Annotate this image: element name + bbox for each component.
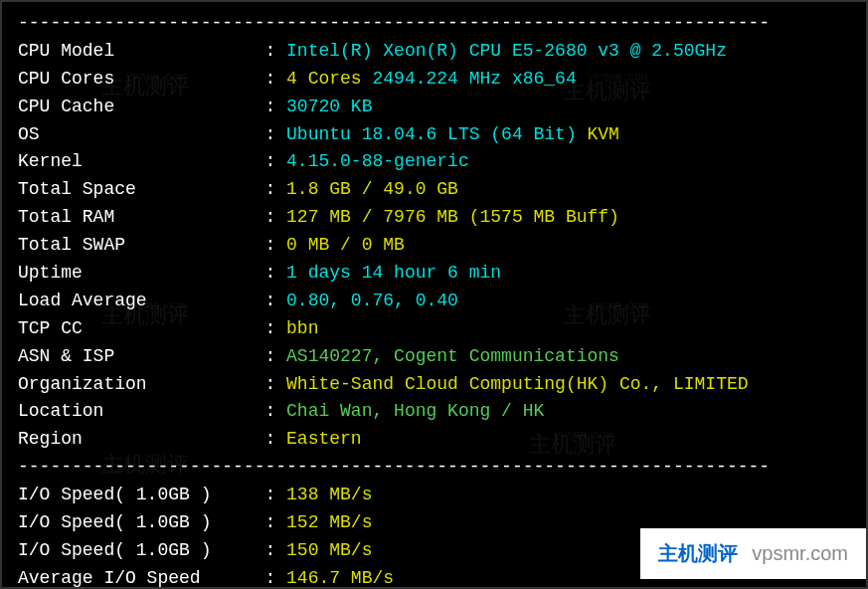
row-value: Intel(R) Xeon(R) CPU E5-2680 v3 @ 2.50GH…: [286, 41, 727, 61]
info-row: CPU Model : Intel(R) Xeon(R) CPU E5-2680…: [18, 38, 850, 66]
info-row: Total Space : 1.8 GB / 49.0 GB: [18, 176, 850, 204]
colon: :: [264, 97, 286, 116]
row-value: 1 days 14 hour 6 min: [286, 263, 501, 283]
info-row: Location : Chai Wan, Hong Kong / HK: [18, 398, 850, 426]
row-label: CPU Model: [18, 41, 264, 61]
info-row: Total SWAP : 0 MB / 0 MB: [18, 232, 850, 260]
row-label: CPU Cache: [18, 97, 264, 116]
row-label: Uptime: [18, 263, 264, 283]
info-row: Uptime : 1 days 14 hour 6 min: [18, 260, 850, 288]
row-label: ASN & ISP: [18, 346, 264, 366]
row-value: 127 MB / 7976 MB (1575 MB Buff): [286, 207, 619, 227]
row-suffix: KVM: [577, 124, 619, 144]
io-value: 138 MB/s: [286, 485, 372, 504]
io-value: 146.7 MB/s: [286, 568, 394, 588]
colon: :: [264, 429, 286, 449]
colon: :: [264, 485, 286, 504]
row-label: OS: [18, 124, 264, 144]
system-info-rows: CPU Model : Intel(R) Xeon(R) CPU E5-2680…: [18, 38, 850, 454]
info-row: Region : Eastern: [18, 426, 850, 454]
row-label: Location: [18, 401, 264, 421]
row-value: AS140227, Cogent Communications: [286, 346, 619, 366]
io-value: 152 MB/s: [286, 512, 372, 532]
row-value: Ubuntu 18.04.6 LTS (64 Bit): [286, 124, 577, 144]
row-value: 2494.224 MHz x86_64: [362, 69, 577, 89]
colon: :: [264, 151, 286, 171]
colon: :: [264, 318, 286, 338]
colon: :: [264, 235, 286, 255]
colon: :: [264, 179, 286, 199]
io-label: Average I/O Speed: [18, 568, 264, 588]
io-label: I/O Speed( 1.0GB ): [18, 512, 264, 532]
row-value: Chai Wan, Hong Kong / HK: [286, 401, 544, 421]
row-value: White-Sand Cloud Computing(HK) Co., LIMI…: [286, 374, 748, 394]
info-row: OS : Ubuntu 18.04.6 LTS (64 Bit) KVM: [18, 121, 850, 149]
info-row: TCP CC : bbn: [18, 315, 850, 343]
banner-url: vpsmr.com: [752, 538, 848, 569]
io-row: I/O Speed( 1.0GB ) : 138 MB/s: [18, 482, 850, 509]
row-value: bbn: [286, 318, 318, 338]
colon: :: [264, 401, 286, 421]
colon: :: [264, 346, 286, 366]
info-row: Kernel : 4.15.0-88-generic: [18, 148, 850, 176]
row-prefix: 4 Cores: [286, 69, 362, 89]
info-row: Total RAM : 127 MB / 7976 MB (1575 MB Bu…: [18, 204, 850, 232]
terminal-output: ----------------------------------------…: [18, 10, 850, 589]
row-value: 30720 KB: [286, 97, 372, 116]
row-label: CPU Cores: [18, 69, 264, 89]
info-row: CPU Cores : 4 Cores 2494.224 MHz x86_64: [18, 66, 850, 94]
row-value: 4.15.0-88-generic: [286, 151, 469, 171]
row-value: 1.8 GB / 49.0 GB: [286, 179, 458, 199]
colon: :: [264, 291, 286, 310]
info-row: Load Average : 0.80, 0.76, 0.40: [18, 288, 850, 315]
row-label: Organization: [18, 374, 264, 394]
row-label: TCP CC: [18, 318, 264, 338]
row-label: Kernel: [18, 151, 264, 171]
row-value: 0 MB / 0 MB: [286, 235, 405, 255]
row-value: Eastern: [286, 429, 362, 449]
row-label: Total Space: [18, 179, 264, 199]
colon: :: [264, 69, 286, 89]
info-row: Organization : White-Sand Cloud Computin…: [18, 371, 850, 399]
divider-top: ----------------------------------------…: [18, 10, 850, 38]
row-label: Total SWAP: [18, 235, 264, 255]
io-label: I/O Speed( 1.0GB ): [18, 485, 264, 504]
colon: :: [264, 540, 286, 560]
row-label: Region: [18, 429, 264, 449]
colon: :: [264, 374, 286, 394]
info-row: CPU Cache : 30720 KB: [18, 94, 850, 121]
colon: :: [264, 124, 286, 144]
bottom-banner: 主机测评 vpsmr.com: [640, 528, 866, 579]
info-row: ASN & ISP : AS140227, Cogent Communicati…: [18, 343, 850, 371]
row-label: Total RAM: [18, 207, 264, 227]
colon: :: [264, 512, 286, 532]
row-label: Load Average: [18, 291, 264, 310]
colon: :: [264, 263, 286, 283]
divider-mid: ----------------------------------------…: [18, 454, 850, 482]
row-value: 0.80, 0.76, 0.40: [286, 291, 458, 310]
io-value: 150 MB/s: [286, 540, 372, 560]
colon: :: [264, 568, 286, 588]
banner-title: 主机测评: [658, 538, 738, 569]
io-label: I/O Speed( 1.0GB ): [18, 540, 264, 560]
colon: :: [264, 207, 286, 227]
colon: :: [264, 41, 286, 61]
